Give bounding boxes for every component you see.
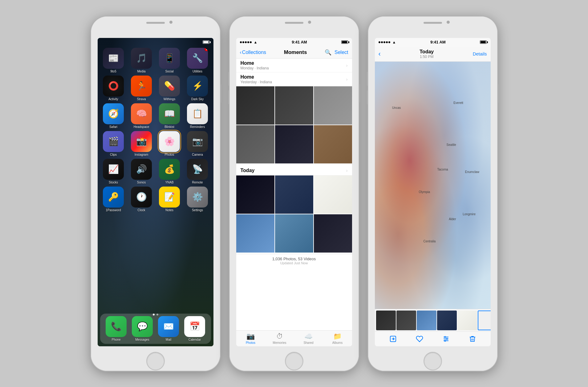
photo-today-2[interactable] (275, 175, 313, 214)
moment-subtitle-1: Monday · Indiana (241, 66, 269, 70)
app-icon-photos[interactable]: 🌸Photos (157, 131, 182, 156)
app-icon-img-settings: ⚙️ (187, 187, 208, 208)
photo-thumb-5[interactable] (275, 125, 313, 163)
volume-down-button-3[interactable] (367, 90, 368, 104)
power-button[interactable] (220, 84, 221, 103)
strip-thumb-3[interactable] (417, 311, 436, 330)
tab-shared[interactable]: ☁️ Shared (294, 332, 323, 344)
tab-memories[interactable]: ⏱ Memories (265, 332, 294, 344)
photo-thumb-3[interactable] (314, 86, 352, 125)
app-icon-social[interactable]: 📱Social (157, 48, 182, 73)
strip-thumb-6[interactable] (478, 311, 491, 330)
app-icon-1password[interactable]: 🔑1Password (101, 187, 126, 212)
dock-icon-phone[interactable]: 📞Phone (104, 316, 129, 341)
photo-today-6[interactable] (314, 214, 352, 253)
search-nav-icon[interactable]: 🔍 (325, 49, 331, 56)
detail-back-button[interactable]: ‹ (379, 50, 381, 58)
app-icon-instagram[interactable]: 📸Instagram (129, 131, 154, 156)
app-icon-remote[interactable]: 📡Remote (185, 159, 210, 184)
collections-back-button[interactable]: ‹ Collections (240, 50, 266, 55)
app-icon-camera[interactable]: 📷Camera (185, 131, 210, 156)
yesterday-photo-grid (236, 86, 352, 163)
strip-thumb-5[interactable] (457, 311, 477, 330)
moment-title-today: Today (241, 168, 255, 173)
dock-icon-calendar[interactable]: 📅Calendar (182, 316, 207, 341)
dock-icon-messages[interactable]: 💬Messages (130, 316, 155, 341)
volume-up-button-2[interactable] (228, 72, 229, 86)
app-icon-settings[interactable]: ⚙️Settings (185, 187, 210, 212)
app-label-notes: Notes (165, 208, 173, 212)
app-icon-sonos[interactable]: 🔊Sonos (129, 159, 154, 184)
tab-photos[interactable]: 📷 Photos (236, 332, 265, 344)
app-icon-img-notes: 📝 (159, 187, 180, 208)
app-icon-media[interactable]: 🎵Media (129, 48, 154, 73)
delete-button[interactable] (469, 335, 476, 343)
app-icon-dark-sky[interactable]: ⚡Dark Sky (185, 76, 210, 101)
app-icon-notes[interactable]: 📝Notes (157, 187, 182, 212)
app-icon-img-sonos: 🔊 (131, 159, 152, 180)
app-icon-withings[interactable]: 💊Withings (157, 76, 182, 101)
homescreen: ▲ 9:41 AM 📰9to5🎵Media📱Social🔧1Utilities⭕… (98, 38, 213, 346)
app-label-reminders: Reminders (190, 125, 205, 129)
app-icon-9to5[interactable]: 📰9to5 (101, 48, 126, 73)
photo-thumb-1[interactable] (236, 86, 274, 125)
favorite-button[interactable] (416, 335, 423, 343)
tab-albums[interactable]: 📁 Albums (323, 332, 352, 344)
power-button-3[interactable] (497, 84, 499, 103)
photo-today-5[interactable] (275, 214, 313, 253)
strip-thumb-2[interactable] (396, 311, 416, 330)
adjust-button[interactable] (442, 335, 450, 343)
app-icon-strava[interactable]: 🏃Strava (129, 76, 154, 101)
dock-icon-mail[interactable]: ✉️Mail (156, 316, 181, 341)
volume-down-button-2[interactable] (228, 90, 229, 104)
dock-label-mail: Mail (166, 338, 171, 341)
svg-point-4 (444, 336, 446, 338)
home-button-2[interactable] (285, 352, 303, 370)
app-icon-blinkist[interactable]: 📖Blinkist (157, 103, 182, 129)
photo-action-bar (375, 331, 491, 346)
moment-monday-home[interactable]: Home Monday · Indiana › (236, 59, 352, 72)
map-label-longmire: Longmire (463, 212, 476, 216)
app-icon-img-ynab: 💰 (159, 159, 180, 180)
power-button-2[interactable] (359, 84, 360, 103)
home-button-3[interactable] (424, 352, 442, 370)
photo-today-3[interactable] (314, 175, 352, 214)
app-grid: 📰9to5🎵Media📱Social🔧1Utilities⭕Activity🏃S… (98, 47, 213, 213)
moment-today[interactable]: Today › (236, 166, 352, 175)
photo-thumb-6[interactable] (314, 125, 352, 163)
memories-tab-icon: ⏱ (276, 332, 283, 340)
page-dots (153, 314, 158, 315)
volume-up-button-3[interactable] (367, 72, 368, 86)
app-icon-reminders[interactable]: 📋Reminders (185, 103, 210, 129)
home-button-1[interactable] (146, 352, 165, 370)
share-button[interactable] (389, 335, 397, 343)
photos-content[interactable]: Home Monday · Indiana › Home Yesterday ·… (236, 59, 352, 330)
strip-thumb-4[interactable] (437, 311, 457, 330)
photo-thumb-4[interactable] (236, 125, 274, 163)
volume-down-button[interactable] (90, 90, 91, 104)
photo-today-1[interactable] (236, 175, 274, 214)
app-icon-clock[interactable]: 🕐Clock (129, 187, 154, 212)
photo-count-text: 1,036 Photos, 53 Videos (239, 257, 350, 261)
status-time-3: 9:41 AM (430, 40, 445, 44)
details-button[interactable]: Details (473, 51, 487, 56)
app-icon-ynab[interactable]: 💰YNAB (157, 159, 182, 184)
volume-up-button[interactable] (90, 72, 91, 86)
app-icon-stocks[interactable]: 📈Stocks (101, 159, 126, 184)
moment-yesterday-home[interactable]: Home Yesterday · Indiana › (236, 72, 352, 86)
strip-thumb-1[interactable] (376, 311, 396, 330)
battery-icon-3 (480, 40, 487, 44)
app-icon-utilities[interactable]: 🔧1Utilities (185, 48, 210, 73)
app-icon-clips[interactable]: 🎬Clips (101, 131, 126, 156)
app-icon-img-activity: ⭕ (103, 76, 124, 97)
select-button[interactable]: Select (335, 50, 348, 55)
app-icon-headspace[interactable]: 🧠Headspace (129, 103, 154, 129)
app-icon-activity[interactable]: ⭕Activity (101, 76, 126, 101)
map-view[interactable]: Uncas Everett Seattle Enumclaw Olympia A… (375, 62, 491, 309)
photo-today-4[interactable] (236, 214, 274, 253)
status-bar-3: ▲ 9:41 AM (375, 38, 491, 47)
photo-thumb-2[interactable] (275, 86, 313, 125)
app-icon-safari[interactable]: 🧭Safari (101, 103, 126, 129)
status-right-2 (341, 40, 348, 44)
photos-tab-bar: 📷 Photos ⏱ Memories ☁️ Shared 📁 Albums (236, 330, 352, 346)
